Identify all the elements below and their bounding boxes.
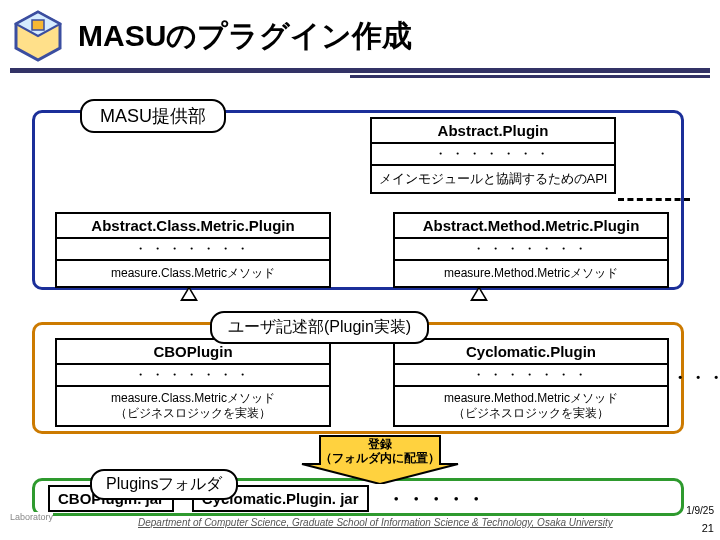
class-method: measure.Class.Metricメソッド （ビジネスロジックを実装） [57,387,329,425]
cbo-plugin-box: CBOPlugin ・・・・・・・ measure.Class.Metricメソ… [55,338,331,427]
cyclomatic-plugin-box: Cyclomatic.Plugin ・・・・・・・ measure.Method… [393,338,669,427]
masu-logo-icon [10,8,66,64]
class-name: Cyclomatic.Plugin [395,340,667,365]
divider-rule-1 [10,68,710,73]
inheritance-arrow-icon [470,286,488,301]
inheritance-arrow-icon [180,286,198,301]
abstract-method-metric-box: Abstract.Method.Metric.Plugin ・・・・・・・ me… [393,212,669,288]
register-label-1: 登録 [368,437,392,451]
slide-title: MASUのプラグイン作成 [78,16,412,57]
dots: ・・・・・・・ [395,365,667,387]
user-impl-label: ユーザ記述部(Plugin実装) [210,311,429,344]
abstract-plugin-box: Abstract.Plugin ・・・・・・・ メインモジュールと協調するための… [370,117,616,194]
jar-continuation-dots: ・・・・・ [387,487,487,511]
abstract-class-metric-box: Abstract.Class.Metric.Plugin ・・・・・・・ mea… [55,212,331,288]
class-method: measure.Method.Metricメソッド [395,261,667,286]
dots: ・・・・・・・ [57,365,329,387]
slide-date: 1/9/25 [686,505,714,516]
class-name: Abstract.Method.Metric.Plugin [395,214,667,239]
dots: ・・・・・・・ [372,144,614,166]
footer-text: Department of Computer Science, Graduate… [138,517,613,528]
class-name: Abstract.Class.Metric.Plugin [57,214,329,239]
register-label-2: （フォルダ内に配置） [320,451,440,465]
row2-continuation-dots: ・・・・・ [672,368,720,389]
abstract-plugin-name: Abstract.Plugin [372,119,614,144]
page-number: 21 [702,522,714,534]
dots: ・・・・・・・ [57,239,329,261]
register-arrow-text: 登録 （フォルダ内に配置） [306,437,454,466]
masu-provider-label: MASU提供部 [80,99,226,133]
plugins-folder-label: Pluginsフォルダ [90,469,238,500]
lab-logo: Laboratory [10,512,53,522]
svg-marker-2 [32,20,44,30]
abstract-plugin-api: メインモジュールと協調するためのAPI [372,166,614,192]
divider-rule-2 [350,75,710,78]
dots: ・・・・・・・ [395,239,667,261]
class-method: measure.Method.Metricメソッド （ビジネスロジックを実装） [395,387,667,425]
class-method: measure.Class.Metricメソッド [57,261,329,286]
